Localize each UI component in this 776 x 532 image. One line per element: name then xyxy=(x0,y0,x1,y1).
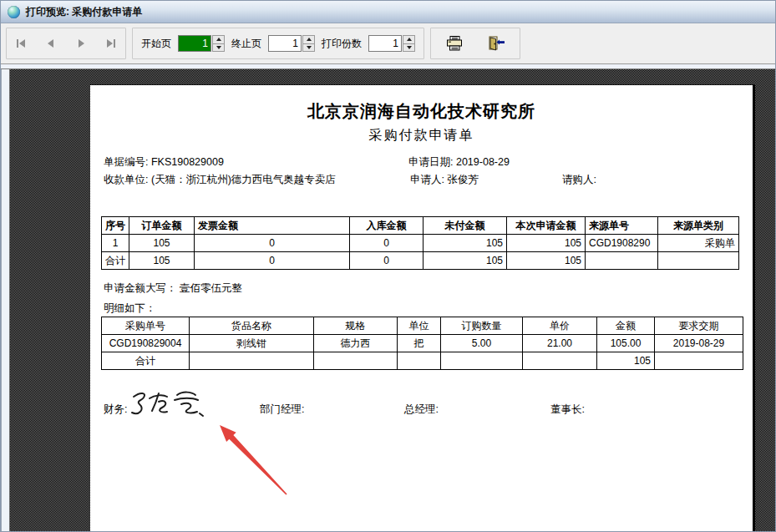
window-title: 打印预览: 采购付款申请单 xyxy=(26,5,142,19)
col-header: 单价 xyxy=(523,317,597,335)
col-header: 订购数量 xyxy=(441,317,523,335)
requester-label: 请购人: xyxy=(562,174,596,185)
detail-header-row: 采购单号 货品名称 规格 单位 订购数量 单价 金额 要求交期 xyxy=(102,317,743,335)
doc-no-field: 单据编号: FKS190829009 xyxy=(104,155,224,170)
col-header: 单位 xyxy=(398,317,441,335)
cell: 0 xyxy=(195,235,350,252)
cell xyxy=(441,352,523,370)
last-page-icon xyxy=(104,38,116,48)
cell: 105 xyxy=(424,235,507,252)
up-arrow-icon xyxy=(307,38,312,41)
title-bar: 打印预览: 采购付款申请单 xyxy=(1,1,775,23)
detail-total-row: 合计 105 xyxy=(102,352,743,370)
detail-caption: 明细如下： xyxy=(104,301,156,316)
copies-down-button[interactable] xyxy=(403,43,415,53)
col-header: 本次申请金额 xyxy=(507,217,586,235)
cell xyxy=(190,352,314,370)
requester-field: 请购人: xyxy=(562,173,596,187)
col-header: 规格 xyxy=(314,317,398,335)
chairman-label: 董事长: xyxy=(550,403,585,417)
applicant-field: 申请人: 张俊芳 xyxy=(410,173,479,187)
apply-date-field: 申请日期: 2019-08-29 xyxy=(408,155,510,170)
next-page-icon xyxy=(76,38,86,48)
cell xyxy=(523,352,597,370)
cell: 105 xyxy=(129,252,195,270)
amount-caps-value: 壹佰零伍元整 xyxy=(180,282,242,294)
copies-label: 打印份数 xyxy=(322,37,362,51)
cell: 105.00 xyxy=(597,335,655,352)
document-page: 北京京润海自动化技术研究所 采购付款申请单 单据编号: FKS190829009… xyxy=(90,84,755,531)
nav-button-group xyxy=(6,28,126,59)
cell: 合计 xyxy=(102,352,190,370)
applicant-value: 张俊芳 xyxy=(447,174,479,185)
first-page-button[interactable] xyxy=(12,33,32,53)
print-preview-window: 打印预览: 采购付款申请单 xyxy=(0,0,776,532)
col-header: 序号 xyxy=(102,217,129,235)
col-header: 要求交期 xyxy=(655,317,743,335)
first-page-icon xyxy=(16,38,28,48)
down-arrow-icon xyxy=(407,46,412,49)
cell xyxy=(655,352,743,370)
cell xyxy=(586,252,658,270)
start-page-down-button[interactable] xyxy=(212,43,225,53)
page-range-group: 开始页 1 终止页 1 打印份数 1 xyxy=(132,28,424,59)
toolbar: 开始页 1 终止页 1 打印份数 1 xyxy=(1,23,775,64)
cell: 1 xyxy=(102,235,129,252)
cell: 105 xyxy=(424,252,507,270)
up-arrow-icon xyxy=(216,38,221,41)
col-header: 来源单号 xyxy=(586,217,658,235)
cell: 0 xyxy=(350,252,424,270)
down-arrow-icon xyxy=(216,46,221,49)
cell: CGD190829004 xyxy=(102,335,190,352)
last-page-button[interactable] xyxy=(100,33,120,53)
start-page-label: 开始页 xyxy=(141,37,171,51)
down-arrow-icon xyxy=(307,46,312,49)
payee-field: 收款单位: (天猫：浙江杭州)德力西电气奥越专卖店 xyxy=(104,173,336,187)
apply-date-label: 申请日期: xyxy=(408,156,453,168)
payee-label: 收款单位: xyxy=(104,174,148,185)
exit-button[interactable] xyxy=(484,33,508,54)
cell xyxy=(658,252,739,270)
prev-page-icon xyxy=(46,38,56,48)
finance-label: 财务: xyxy=(104,403,127,417)
cell: 采购单 xyxy=(658,235,739,252)
print-button[interactable] xyxy=(443,33,466,54)
end-page-label: 终止页 xyxy=(231,37,261,51)
handwritten-signature xyxy=(127,388,210,422)
amount-caps-label: 申请金额大写： xyxy=(104,282,177,294)
col-header: 入库金额 xyxy=(350,217,424,235)
cell: 德力西 xyxy=(314,335,398,352)
next-page-button[interactable] xyxy=(71,33,91,53)
col-header: 金额 xyxy=(597,317,655,335)
col-header: 订单金额 xyxy=(129,217,195,235)
start-page-spinner: 1 xyxy=(178,35,225,52)
end-page-spinner: 1 xyxy=(268,35,315,52)
form-title: 采购付款申请单 xyxy=(90,127,753,144)
end-page-down-button[interactable] xyxy=(302,43,315,53)
cell: 0 xyxy=(350,235,424,252)
doc-no-value: FKS190829009 xyxy=(151,156,224,168)
col-header: 来源单类别 xyxy=(658,217,739,235)
detail-table: 采购单号 货品名称 规格 单位 订购数量 单价 金额 要求交期 CGD19082… xyxy=(101,317,743,370)
copies-input[interactable]: 1 xyxy=(368,35,402,52)
apply-date-value: 2019-08-29 xyxy=(456,156,510,168)
prev-page-button[interactable] xyxy=(41,33,61,53)
cell xyxy=(398,352,441,370)
start-page-input[interactable]: 1 xyxy=(178,35,211,52)
cell: 105 xyxy=(507,235,586,252)
payee-value: (天猫：浙江杭州)德力西电气奥越专卖店 xyxy=(151,174,336,185)
cell: 把 xyxy=(398,335,441,352)
summary-total-row: 合计 105 0 0 105 105 xyxy=(102,252,739,270)
red-annotation-arrow xyxy=(90,85,753,531)
col-header: 货品名称 xyxy=(190,317,314,335)
table-row: CGD190829004 剥线钳 德力西 把 5.00 21.00 105.00… xyxy=(102,335,743,352)
cell: 105 xyxy=(597,352,655,370)
exit-door-icon xyxy=(487,35,505,52)
amount-caps-field: 申请金额大写： 壹佰零伍元整 xyxy=(104,281,242,296)
end-page-input[interactable]: 1 xyxy=(268,35,302,52)
cell: 105 xyxy=(507,252,586,270)
table-row: 1 105 0 0 105 105 CGD1908290 采购单 xyxy=(102,235,739,252)
summary-header-row: 序号 订单金额 发票金额 入库金额 未付金额 本次申请金额 来源单号 来源单类别 xyxy=(102,217,739,235)
cell: 0 xyxy=(195,252,350,270)
cell: 5.00 xyxy=(441,335,523,352)
